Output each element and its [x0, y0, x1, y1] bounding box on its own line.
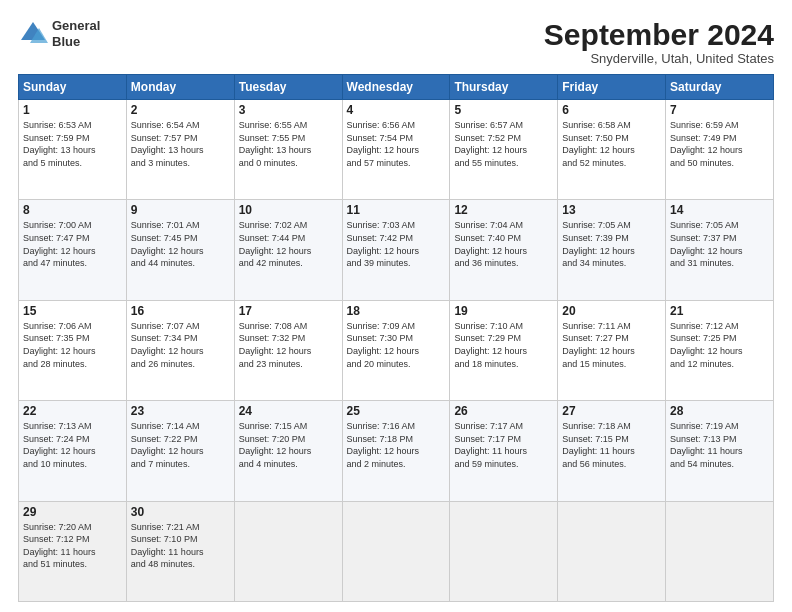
- day-cell: 23Sunrise: 7:14 AM Sunset: 7:22 PM Dayli…: [126, 401, 234, 501]
- day-number: 11: [347, 203, 446, 217]
- day-info: Sunrise: 6:58 AM Sunset: 7:50 PM Dayligh…: [562, 119, 661, 169]
- day-cell: [558, 501, 666, 601]
- week-row-4: 22Sunrise: 7:13 AM Sunset: 7:24 PM Dayli…: [19, 401, 774, 501]
- day-number: 13: [562, 203, 661, 217]
- day-number: 17: [239, 304, 338, 318]
- day-number: 5: [454, 103, 553, 117]
- header-row: SundayMondayTuesdayWednesdayThursdayFrid…: [19, 75, 774, 100]
- day-info: Sunrise: 7:08 AM Sunset: 7:32 PM Dayligh…: [239, 320, 338, 370]
- day-number: 8: [23, 203, 122, 217]
- day-cell: 15Sunrise: 7:06 AM Sunset: 7:35 PM Dayli…: [19, 300, 127, 400]
- day-cell: 11Sunrise: 7:03 AM Sunset: 7:42 PM Dayli…: [342, 200, 450, 300]
- month-title: September 2024: [544, 18, 774, 51]
- day-cell: 18Sunrise: 7:09 AM Sunset: 7:30 PM Dayli…: [342, 300, 450, 400]
- day-number: 19: [454, 304, 553, 318]
- col-header-monday: Monday: [126, 75, 234, 100]
- day-info: Sunrise: 7:16 AM Sunset: 7:18 PM Dayligh…: [347, 420, 446, 470]
- day-info: Sunrise: 7:15 AM Sunset: 7:20 PM Dayligh…: [239, 420, 338, 470]
- day-info: Sunrise: 7:20 AM Sunset: 7:12 PM Dayligh…: [23, 521, 122, 571]
- day-number: 29: [23, 505, 122, 519]
- day-cell: [342, 501, 450, 601]
- day-cell: 13Sunrise: 7:05 AM Sunset: 7:39 PM Dayli…: [558, 200, 666, 300]
- col-header-saturday: Saturday: [666, 75, 774, 100]
- day-cell: 28Sunrise: 7:19 AM Sunset: 7:13 PM Dayli…: [666, 401, 774, 501]
- day-cell: 17Sunrise: 7:08 AM Sunset: 7:32 PM Dayli…: [234, 300, 342, 400]
- week-row-3: 15Sunrise: 7:06 AM Sunset: 7:35 PM Dayli…: [19, 300, 774, 400]
- day-info: Sunrise: 6:54 AM Sunset: 7:57 PM Dayligh…: [131, 119, 230, 169]
- day-number: 20: [562, 304, 661, 318]
- day-info: Sunrise: 6:53 AM Sunset: 7:59 PM Dayligh…: [23, 119, 122, 169]
- day-cell: 12Sunrise: 7:04 AM Sunset: 7:40 PM Dayli…: [450, 200, 558, 300]
- day-cell: [450, 501, 558, 601]
- week-row-5: 29Sunrise: 7:20 AM Sunset: 7:12 PM Dayli…: [19, 501, 774, 601]
- day-cell: 6Sunrise: 6:58 AM Sunset: 7:50 PM Daylig…: [558, 100, 666, 200]
- day-number: 6: [562, 103, 661, 117]
- day-number: 15: [23, 304, 122, 318]
- col-header-tuesday: Tuesday: [234, 75, 342, 100]
- day-cell: 3Sunrise: 6:55 AM Sunset: 7:55 PM Daylig…: [234, 100, 342, 200]
- day-cell: 7Sunrise: 6:59 AM Sunset: 7:49 PM Daylig…: [666, 100, 774, 200]
- day-cell: 14Sunrise: 7:05 AM Sunset: 7:37 PM Dayli…: [666, 200, 774, 300]
- day-cell: 1Sunrise: 6:53 AM Sunset: 7:59 PM Daylig…: [19, 100, 127, 200]
- day-info: Sunrise: 7:05 AM Sunset: 7:39 PM Dayligh…: [562, 219, 661, 269]
- day-number: 28: [670, 404, 769, 418]
- day-number: 22: [23, 404, 122, 418]
- week-row-1: 1Sunrise: 6:53 AM Sunset: 7:59 PM Daylig…: [19, 100, 774, 200]
- day-info: Sunrise: 6:55 AM Sunset: 7:55 PM Dayligh…: [239, 119, 338, 169]
- day-info: Sunrise: 7:14 AM Sunset: 7:22 PM Dayligh…: [131, 420, 230, 470]
- day-cell: 19Sunrise: 7:10 AM Sunset: 7:29 PM Dayli…: [450, 300, 558, 400]
- day-cell: 26Sunrise: 7:17 AM Sunset: 7:17 PM Dayli…: [450, 401, 558, 501]
- day-cell: 9Sunrise: 7:01 AM Sunset: 7:45 PM Daylig…: [126, 200, 234, 300]
- day-info: Sunrise: 7:07 AM Sunset: 7:34 PM Dayligh…: [131, 320, 230, 370]
- subtitle: Snyderville, Utah, United States: [544, 51, 774, 66]
- day-cell: 8Sunrise: 7:00 AM Sunset: 7:47 PM Daylig…: [19, 200, 127, 300]
- day-number: 14: [670, 203, 769, 217]
- day-cell: 10Sunrise: 7:02 AM Sunset: 7:44 PM Dayli…: [234, 200, 342, 300]
- day-info: Sunrise: 7:10 AM Sunset: 7:29 PM Dayligh…: [454, 320, 553, 370]
- day-cell: 25Sunrise: 7:16 AM Sunset: 7:18 PM Dayli…: [342, 401, 450, 501]
- day-cell: [666, 501, 774, 601]
- day-number: 4: [347, 103, 446, 117]
- day-cell: [234, 501, 342, 601]
- day-number: 25: [347, 404, 446, 418]
- day-info: Sunrise: 6:59 AM Sunset: 7:49 PM Dayligh…: [670, 119, 769, 169]
- day-cell: 16Sunrise: 7:07 AM Sunset: 7:34 PM Dayli…: [126, 300, 234, 400]
- day-info: Sunrise: 7:02 AM Sunset: 7:44 PM Dayligh…: [239, 219, 338, 269]
- day-info: Sunrise: 7:18 AM Sunset: 7:15 PM Dayligh…: [562, 420, 661, 470]
- day-info: Sunrise: 7:12 AM Sunset: 7:25 PM Dayligh…: [670, 320, 769, 370]
- day-number: 16: [131, 304, 230, 318]
- day-cell: 4Sunrise: 6:56 AM Sunset: 7:54 PM Daylig…: [342, 100, 450, 200]
- day-info: Sunrise: 7:11 AM Sunset: 7:27 PM Dayligh…: [562, 320, 661, 370]
- day-info: Sunrise: 7:19 AM Sunset: 7:13 PM Dayligh…: [670, 420, 769, 470]
- day-number: 26: [454, 404, 553, 418]
- day-info: Sunrise: 7:13 AM Sunset: 7:24 PM Dayligh…: [23, 420, 122, 470]
- day-number: 1: [23, 103, 122, 117]
- page: General Blue September 2024 Snyderville,…: [0, 0, 792, 612]
- col-header-friday: Friday: [558, 75, 666, 100]
- day-number: 2: [131, 103, 230, 117]
- day-info: Sunrise: 7:06 AM Sunset: 7:35 PM Dayligh…: [23, 320, 122, 370]
- logo-icon: [18, 19, 48, 49]
- day-info: Sunrise: 6:57 AM Sunset: 7:52 PM Dayligh…: [454, 119, 553, 169]
- day-info: Sunrise: 6:56 AM Sunset: 7:54 PM Dayligh…: [347, 119, 446, 169]
- logo-line1: General: [52, 18, 100, 34]
- day-info: Sunrise: 7:09 AM Sunset: 7:30 PM Dayligh…: [347, 320, 446, 370]
- week-row-2: 8Sunrise: 7:00 AM Sunset: 7:47 PM Daylig…: [19, 200, 774, 300]
- calendar-table: SundayMondayTuesdayWednesdayThursdayFrid…: [18, 74, 774, 602]
- col-header-thursday: Thursday: [450, 75, 558, 100]
- day-number: 30: [131, 505, 230, 519]
- day-number: 10: [239, 203, 338, 217]
- day-info: Sunrise: 7:01 AM Sunset: 7:45 PM Dayligh…: [131, 219, 230, 269]
- day-number: 12: [454, 203, 553, 217]
- day-cell: 21Sunrise: 7:12 AM Sunset: 7:25 PM Dayli…: [666, 300, 774, 400]
- day-number: 27: [562, 404, 661, 418]
- day-info: Sunrise: 7:21 AM Sunset: 7:10 PM Dayligh…: [131, 521, 230, 571]
- day-cell: 2Sunrise: 6:54 AM Sunset: 7:57 PM Daylig…: [126, 100, 234, 200]
- day-number: 9: [131, 203, 230, 217]
- day-number: 23: [131, 404, 230, 418]
- col-header-wednesday: Wednesday: [342, 75, 450, 100]
- logo-line2: Blue: [52, 34, 100, 50]
- day-cell: 30Sunrise: 7:21 AM Sunset: 7:10 PM Dayli…: [126, 501, 234, 601]
- col-header-sunday: Sunday: [19, 75, 127, 100]
- day-number: 18: [347, 304, 446, 318]
